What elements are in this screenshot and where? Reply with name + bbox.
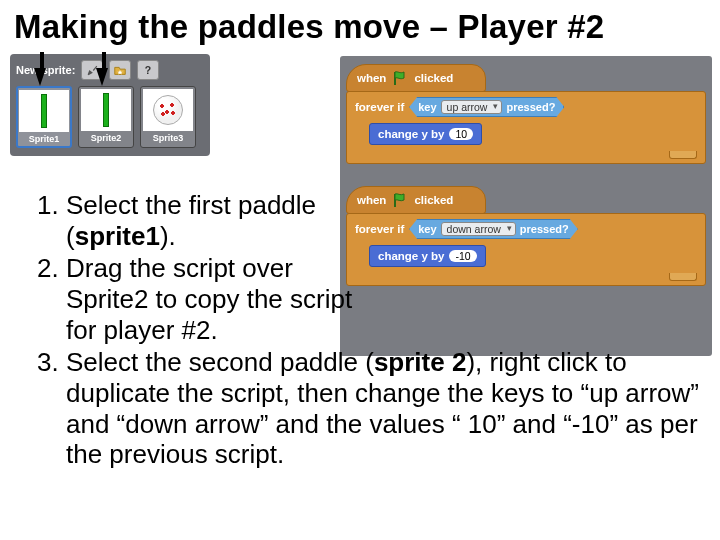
motion-label: change y by [378,128,444,140]
green-flag-icon [392,70,408,86]
page-title: Making the paddles move – Player #2 [0,0,720,52]
key-post: pressed? [506,101,555,113]
key-pre: key [418,101,436,113]
arrow-annotation-head [34,68,46,86]
step-3: Select the second paddle (sprite 2), rig… [66,347,700,470]
question-icon: ? [141,63,155,77]
step-3b: sprite 2 [374,347,467,377]
arrow-annotation-2-head [96,68,108,86]
step-1: Select the first paddle (sprite1). [66,190,366,251]
sprite2-label: Sprite2 [91,133,122,143]
hat-prefix: when [357,72,386,84]
sprite1-preview [19,90,69,132]
instruction-steps: Select the first paddle (sprite1). Drag … [24,190,700,472]
step-1c: ). [160,221,176,251]
step-3a: Select the second paddle ( [66,347,374,377]
sprite-list: Sprite1 Sprite2 Sprite3 [14,84,206,150]
surprise-sprite-button[interactable]: ? [137,60,159,80]
key-dropdown[interactable]: up arrow [441,100,503,114]
forever-if-block[interactable]: forever if key up arrow pressed? change … [346,91,706,164]
sprite-thumb-sprite1[interactable]: Sprite1 [16,86,72,148]
sprite3-label: Sprite3 [153,133,184,143]
sprite2-preview [81,89,131,131]
svg-text:?: ? [145,64,151,76]
sprite-panel: New sprite: ? Sprite1 Sprite2 Sprite3 [10,54,210,156]
forever-if-label: forever if [355,101,404,113]
step-1b: sprite1 [75,221,160,251]
motion-value-input[interactable]: 10 [449,128,473,140]
sprite-thumb-sprite3[interactable]: Sprite3 [140,86,196,148]
sprite1-label: Sprite1 [29,134,60,144]
script-stack-up: when clicked forever if key up arrow pre… [346,64,706,164]
import-sprite-button[interactable] [109,60,131,80]
key-pressed-block[interactable]: key up arrow pressed? [409,97,564,117]
c-block-tail [669,151,697,159]
sprite-thumb-sprite2[interactable]: Sprite2 [78,86,134,148]
hat-suffix: clicked [414,72,453,84]
change-y-by-block[interactable]: change y by 10 [369,123,482,145]
step-2: Drag the script over Sprite2 to copy the… [66,253,366,345]
folder-star-icon [113,63,127,77]
sprite3-preview [143,89,193,131]
when-flag-clicked-block[interactable]: when clicked [346,64,486,92]
